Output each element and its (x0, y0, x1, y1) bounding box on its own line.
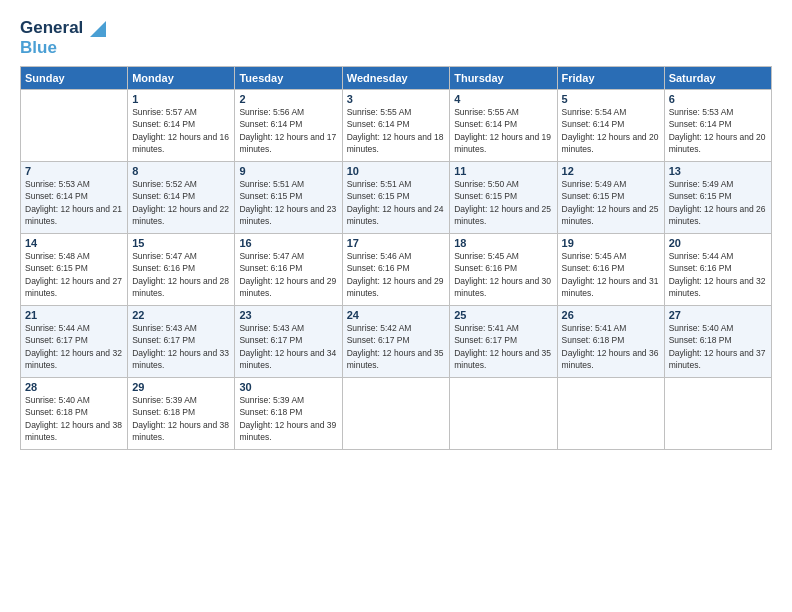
week-row-4: 21Sunrise: 5:44 AMSunset: 6:17 PMDayligh… (21, 306, 772, 378)
day-cell: 12Sunrise: 5:49 AMSunset: 6:15 PMDayligh… (557, 162, 664, 234)
day-info: Sunrise: 5:47 AMSunset: 6:16 PMDaylight:… (239, 250, 337, 299)
header-day-thursday: Thursday (450, 67, 557, 90)
day-cell: 7Sunrise: 5:53 AMSunset: 6:14 PMDaylight… (21, 162, 128, 234)
day-number: 26 (562, 309, 660, 321)
day-cell: 14Sunrise: 5:48 AMSunset: 6:15 PMDayligh… (21, 234, 128, 306)
day-number: 15 (132, 237, 230, 249)
day-cell: 18Sunrise: 5:45 AMSunset: 6:16 PMDayligh… (450, 234, 557, 306)
day-number: 16 (239, 237, 337, 249)
day-cell: 25Sunrise: 5:41 AMSunset: 6:17 PMDayligh… (450, 306, 557, 378)
page: General Blue SundayMondayTuesdayWednesda… (0, 0, 792, 612)
day-number: 21 (25, 309, 123, 321)
week-row-1: 1Sunrise: 5:57 AMSunset: 6:14 PMDaylight… (21, 90, 772, 162)
day-info: Sunrise: 5:50 AMSunset: 6:15 PMDaylight:… (454, 178, 552, 227)
day-number: 3 (347, 93, 445, 105)
day-number: 17 (347, 237, 445, 249)
day-cell: 17Sunrise: 5:46 AMSunset: 6:16 PMDayligh… (342, 234, 449, 306)
day-cell: 2Sunrise: 5:56 AMSunset: 6:14 PMDaylight… (235, 90, 342, 162)
day-info: Sunrise: 5:45 AMSunset: 6:16 PMDaylight:… (454, 250, 552, 299)
day-cell: 1Sunrise: 5:57 AMSunset: 6:14 PMDaylight… (128, 90, 235, 162)
day-cell: 8Sunrise: 5:52 AMSunset: 6:14 PMDaylight… (128, 162, 235, 234)
day-cell: 23Sunrise: 5:43 AMSunset: 6:17 PMDayligh… (235, 306, 342, 378)
day-info: Sunrise: 5:46 AMSunset: 6:16 PMDaylight:… (347, 250, 445, 299)
day-cell: 29Sunrise: 5:39 AMSunset: 6:18 PMDayligh… (128, 378, 235, 450)
day-cell: 27Sunrise: 5:40 AMSunset: 6:18 PMDayligh… (664, 306, 771, 378)
day-number: 9 (239, 165, 337, 177)
day-cell: 11Sunrise: 5:50 AMSunset: 6:15 PMDayligh… (450, 162, 557, 234)
day-info: Sunrise: 5:48 AMSunset: 6:15 PMDaylight:… (25, 250, 123, 299)
logo-blue: Blue (20, 38, 57, 57)
header-day-sunday: Sunday (21, 67, 128, 90)
logo: General Blue (20, 18, 106, 58)
day-number: 10 (347, 165, 445, 177)
day-cell: 24Sunrise: 5:42 AMSunset: 6:17 PMDayligh… (342, 306, 449, 378)
day-info: Sunrise: 5:39 AMSunset: 6:18 PMDaylight:… (132, 394, 230, 443)
day-cell: 28Sunrise: 5:40 AMSunset: 6:18 PMDayligh… (21, 378, 128, 450)
day-info: Sunrise: 5:45 AMSunset: 6:16 PMDaylight:… (562, 250, 660, 299)
day-cell (21, 90, 128, 162)
day-number: 13 (669, 165, 767, 177)
day-info: Sunrise: 5:44 AMSunset: 6:17 PMDaylight:… (25, 322, 123, 371)
header-day-wednesday: Wednesday (342, 67, 449, 90)
day-info: Sunrise: 5:53 AMSunset: 6:14 PMDaylight:… (25, 178, 123, 227)
day-cell: 9Sunrise: 5:51 AMSunset: 6:15 PMDaylight… (235, 162, 342, 234)
day-info: Sunrise: 5:56 AMSunset: 6:14 PMDaylight:… (239, 106, 337, 155)
day-info: Sunrise: 5:47 AMSunset: 6:16 PMDaylight:… (132, 250, 230, 299)
day-cell: 13Sunrise: 5:49 AMSunset: 6:15 PMDayligh… (664, 162, 771, 234)
day-number: 14 (25, 237, 123, 249)
day-number: 19 (562, 237, 660, 249)
day-info: Sunrise: 5:42 AMSunset: 6:17 PMDaylight:… (347, 322, 445, 371)
day-number: 29 (132, 381, 230, 393)
day-cell: 30Sunrise: 5:39 AMSunset: 6:18 PMDayligh… (235, 378, 342, 450)
day-cell: 22Sunrise: 5:43 AMSunset: 6:17 PMDayligh… (128, 306, 235, 378)
day-info: Sunrise: 5:40 AMSunset: 6:18 PMDaylight:… (669, 322, 767, 371)
header-day-friday: Friday (557, 67, 664, 90)
day-cell: 10Sunrise: 5:51 AMSunset: 6:15 PMDayligh… (342, 162, 449, 234)
day-cell: 6Sunrise: 5:53 AMSunset: 6:14 PMDaylight… (664, 90, 771, 162)
day-cell: 16Sunrise: 5:47 AMSunset: 6:16 PMDayligh… (235, 234, 342, 306)
day-number: 23 (239, 309, 337, 321)
day-cell (557, 378, 664, 450)
day-number: 8 (132, 165, 230, 177)
day-number: 22 (132, 309, 230, 321)
day-info: Sunrise: 5:43 AMSunset: 6:17 PMDaylight:… (132, 322, 230, 371)
day-number: 12 (562, 165, 660, 177)
svg-marker-0 (90, 21, 106, 37)
logo-icon (84, 19, 106, 37)
calendar-table: SundayMondayTuesdayWednesdayThursdayFrid… (20, 66, 772, 450)
day-info: Sunrise: 5:55 AMSunset: 6:14 PMDaylight:… (347, 106, 445, 155)
day-number: 7 (25, 165, 123, 177)
header-day-tuesday: Tuesday (235, 67, 342, 90)
day-number: 5 (562, 93, 660, 105)
day-info: Sunrise: 5:44 AMSunset: 6:16 PMDaylight:… (669, 250, 767, 299)
day-number: 18 (454, 237, 552, 249)
day-info: Sunrise: 5:53 AMSunset: 6:14 PMDaylight:… (669, 106, 767, 155)
day-number: 25 (454, 309, 552, 321)
day-cell: 20Sunrise: 5:44 AMSunset: 6:16 PMDayligh… (664, 234, 771, 306)
header-day-monday: Monday (128, 67, 235, 90)
day-number: 4 (454, 93, 552, 105)
day-info: Sunrise: 5:52 AMSunset: 6:14 PMDaylight:… (132, 178, 230, 227)
day-cell (342, 378, 449, 450)
day-cell (664, 378, 771, 450)
day-number: 30 (239, 381, 337, 393)
week-row-3: 14Sunrise: 5:48 AMSunset: 6:15 PMDayligh… (21, 234, 772, 306)
header-day-saturday: Saturday (664, 67, 771, 90)
day-number: 11 (454, 165, 552, 177)
day-info: Sunrise: 5:43 AMSunset: 6:17 PMDaylight:… (239, 322, 337, 371)
day-cell: 3Sunrise: 5:55 AMSunset: 6:14 PMDaylight… (342, 90, 449, 162)
day-cell: 5Sunrise: 5:54 AMSunset: 6:14 PMDaylight… (557, 90, 664, 162)
day-info: Sunrise: 5:51 AMSunset: 6:15 PMDaylight:… (347, 178, 445, 227)
day-number: 28 (25, 381, 123, 393)
day-info: Sunrise: 5:57 AMSunset: 6:14 PMDaylight:… (132, 106, 230, 155)
header-row: SundayMondayTuesdayWednesdayThursdayFrid… (21, 67, 772, 90)
day-number: 20 (669, 237, 767, 249)
day-number: 1 (132, 93, 230, 105)
day-cell: 19Sunrise: 5:45 AMSunset: 6:16 PMDayligh… (557, 234, 664, 306)
day-info: Sunrise: 5:55 AMSunset: 6:14 PMDaylight:… (454, 106, 552, 155)
day-info: Sunrise: 5:49 AMSunset: 6:15 PMDaylight:… (669, 178, 767, 227)
day-number: 24 (347, 309, 445, 321)
day-info: Sunrise: 5:40 AMSunset: 6:18 PMDaylight:… (25, 394, 123, 443)
day-cell: 4Sunrise: 5:55 AMSunset: 6:14 PMDaylight… (450, 90, 557, 162)
day-info: Sunrise: 5:39 AMSunset: 6:18 PMDaylight:… (239, 394, 337, 443)
